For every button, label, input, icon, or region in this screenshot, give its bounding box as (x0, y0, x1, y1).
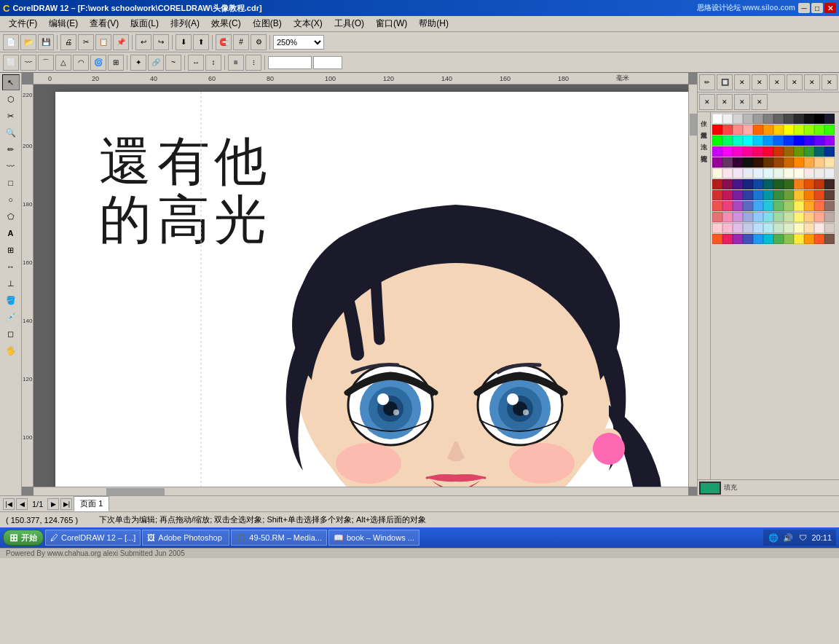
select-tool[interactable]: ↖ (2, 74, 20, 90)
mirror-h-btn[interactable]: ↔ (188, 55, 204, 71)
node-btn[interactable]: ✦ (130, 55, 146, 71)
color-swatch[interactable] (794, 223, 804, 233)
color-swatch[interactable] (743, 125, 753, 135)
color-swatch[interactable] (773, 114, 784, 124)
color-swatch[interactable] (712, 136, 722, 146)
color-swatch[interactable] (824, 125, 835, 135)
import-btn[interactable]: ⬇ (176, 34, 192, 50)
color-swatch[interactable] (763, 168, 773, 178)
color-swatch[interactable] (804, 114, 814, 124)
color-swatch[interactable] (733, 234, 743, 244)
color-swatch[interactable] (733, 179, 743, 189)
fill-tool[interactable]: 🪣 (2, 292, 20, 308)
color-swatch[interactable] (743, 114, 753, 124)
color-swatch[interactable] (794, 201, 804, 211)
color-swatch[interactable] (773, 223, 784, 233)
rp-btn-8[interactable]: ✕ (822, 74, 838, 90)
spiral-btn[interactable]: 🌀 (90, 55, 106, 71)
color-swatch[interactable] (773, 136, 784, 146)
eyedropper-tool[interactable]: 💉 (2, 309, 20, 325)
mirror-v-btn[interactable]: ↕ (205, 55, 221, 71)
shape-tool[interactable]: ⬡ (2, 91, 20, 107)
color-swatch[interactable] (753, 201, 763, 211)
rp-btn-3[interactable]: ✕ (734, 74, 750, 90)
color-swatch[interactable] (733, 190, 743, 200)
color-swatch[interactable] (712, 146, 722, 157)
color-swatch[interactable] (753, 223, 763, 233)
tray-network-icon[interactable]: 🌐 (768, 532, 779, 543)
color-swatch[interactable] (753, 168, 763, 178)
current-color-swatch[interactable] (699, 482, 721, 495)
menu-arrange[interactable]: 排列(A) (165, 16, 205, 31)
color-swatch[interactable] (784, 114, 794, 124)
color-swatch[interactable] (824, 190, 835, 200)
color-swatch[interactable] (753, 179, 763, 189)
color-swatch[interactable] (743, 168, 753, 178)
color-swatch[interactable] (804, 234, 814, 244)
open-btn[interactable]: 📂 (20, 34, 36, 50)
color-swatch[interactable] (814, 190, 824, 200)
paste-btn[interactable]: 📌 (113, 34, 129, 50)
color-swatch[interactable] (824, 168, 835, 178)
color-swatch[interactable] (722, 168, 733, 178)
zoom-dropdown[interactable]: 250% 200% 150% 100% (273, 35, 324, 50)
color-swatch[interactable] (763, 201, 773, 211)
color-swatch[interactable] (773, 157, 784, 168)
color-swatch[interactable] (712, 179, 722, 189)
color-swatch[interactable] (763, 212, 773, 222)
color-swatch[interactable] (722, 136, 733, 146)
color-swatch[interactable] (824, 157, 835, 168)
color-swatch[interactable] (733, 125, 743, 135)
color-swatch[interactable] (753, 146, 763, 157)
rp-btn-12[interactable]: ✕ (752, 94, 768, 110)
color-swatch[interactable] (824, 179, 835, 189)
color-swatch[interactable] (763, 223, 773, 233)
menu-layout[interactable]: 版面(L) (125, 16, 165, 31)
ellipse-tool[interactable]: ○ (2, 192, 20, 208)
color-swatch[interactable] (733, 157, 743, 168)
connect-btn[interactable]: 🔗 (148, 55, 164, 71)
maximize-button[interactable]: □ (811, 3, 823, 13)
menu-view[interactable]: 查看(V) (84, 16, 125, 31)
color-swatch[interactable] (733, 223, 743, 233)
color-swatch[interactable] (814, 157, 824, 168)
dimension-tool[interactable]: ↔ (2, 259, 20, 275)
color-swatch[interactable] (733, 212, 743, 222)
color-swatch[interactable] (814, 146, 824, 157)
distribute-btn[interactable]: ⫶ (245, 55, 261, 71)
polygon-tool[interactable]: ⬠ (2, 208, 20, 224)
rp-btn-7[interactable]: ✕ (804, 74, 820, 90)
color-swatch[interactable] (784, 212, 794, 222)
color-swatch[interactable] (784, 223, 794, 233)
color-swatch[interactable] (722, 125, 733, 135)
rp-btn-9[interactable]: ✕ (699, 94, 715, 110)
color-swatch[interactable] (804, 125, 814, 135)
redo-btn[interactable]: ↪ (153, 34, 169, 50)
color-swatch[interactable] (712, 157, 722, 168)
cut-btn[interactable]: ✂ (78, 34, 94, 50)
color-swatch[interactable] (722, 190, 733, 200)
select-all-btn[interactable]: ⬜ (3, 55, 19, 71)
color-swatch[interactable] (773, 125, 784, 135)
bezier-btn[interactable]: ⌒ (38, 55, 54, 71)
taskbar-item-book[interactable]: 📖 book – Windows ... (328, 530, 420, 546)
color-swatch[interactable] (722, 201, 733, 211)
color-swatch[interactable] (804, 136, 814, 146)
color-swatch[interactable] (794, 157, 804, 168)
color-swatch[interactable] (814, 125, 824, 135)
color-swatch[interactable] (712, 114, 722, 124)
color-swatch[interactable] (763, 146, 773, 157)
smooth-btn[interactable]: ~ (165, 55, 181, 71)
color-swatch[interactable] (824, 201, 835, 211)
crop-tool[interactable]: ✂ (2, 108, 20, 124)
table-tool[interactable]: ⊞ (2, 242, 20, 258)
color-swatch[interactable] (753, 125, 763, 135)
text-tool[interactable]: A (2, 225, 20, 241)
menu-effects[interactable]: 效果(C) (205, 16, 247, 31)
color-swatch[interactable] (804, 157, 814, 168)
color-swatch[interactable] (743, 190, 753, 200)
arc-btn[interactable]: ◠ (73, 55, 89, 71)
color-swatch[interactable] (722, 157, 733, 168)
tray-volume-icon[interactable]: 🔊 (782, 532, 794, 543)
rp-btn-5[interactable]: ✕ (769, 74, 785, 90)
